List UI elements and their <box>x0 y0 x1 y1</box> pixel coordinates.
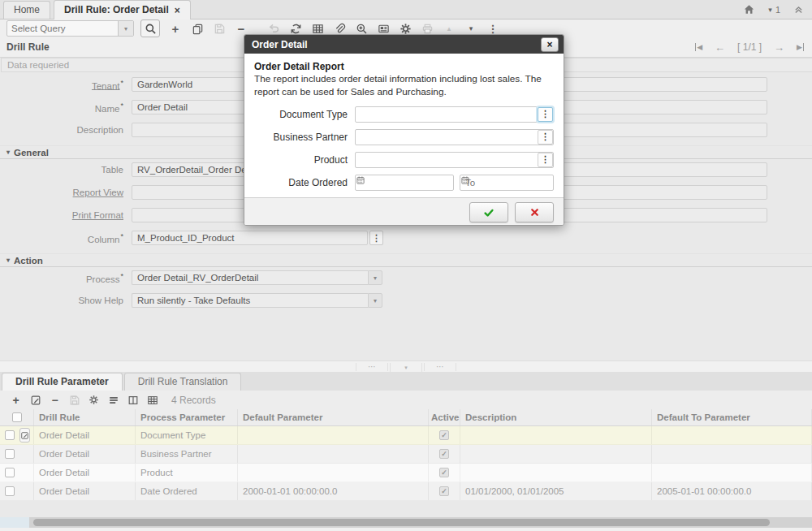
show-help-dropdown-icon[interactable]: ▾ <box>368 293 382 308</box>
product-input[interactable] <box>356 153 553 167</box>
cell-process-parameter: Date Ordered <box>136 482 238 500</box>
column-header-default-to-parameter[interactable]: Default To Parameter <box>652 409 812 425</box>
table-row[interactable]: Order Detail Date Ordered 2000-01-01 00:… <box>0 482 812 501</box>
column-header-default-parameter[interactable]: Default Parameter <box>238 409 429 425</box>
process-dropdown-icon[interactable]: ▾ <box>368 270 382 285</box>
record-pager: ◀ ← [ 1/1 ] → ▶ <box>695 37 804 57</box>
product-field[interactable]: ⋮ <box>355 152 554 168</box>
dialog-close-icon[interactable]: × <box>541 37 559 52</box>
row-checkbox[interactable] <box>5 486 15 496</box>
product-lookup-icon[interactable]: ⋮ <box>538 153 553 167</box>
delete-record-icon[interactable]: − <box>235 22 248 35</box>
column-header-drill-rule[interactable]: Drill Rule <box>34 409 136 425</box>
show-help-field[interactable] <box>132 293 368 308</box>
select-query-dropdown-icon[interactable]: ▾ <box>118 21 133 36</box>
process-label: Process* <box>0 272 132 284</box>
cell-default-parameter <box>238 445 429 463</box>
tab-drill-rule-parameter[interactable]: Drill Rule Parameter <box>2 373 123 391</box>
process-field[interactable] <box>132 270 368 285</box>
cell-default-to-parameter <box>652 426 812 444</box>
last-record-icon[interactable]: ▶ <box>797 43 804 51</box>
date-to-input[interactable] <box>460 175 553 190</box>
tenant-label[interactable]: Tenant* <box>0 79 132 91</box>
new-record-icon[interactable]: + <box>169 22 182 35</box>
column-header-description[interactable]: Description <box>460 409 652 425</box>
splitter-collapse-handle[interactable]: ▾ <box>390 363 422 372</box>
record-info-icon[interactable] <box>377 22 390 35</box>
dialog-title-bar[interactable]: Order Detail × <box>244 35 564 54</box>
new-record-icon[interactable]: + <box>10 394 22 406</box>
split-view-icon[interactable] <box>127 394 139 406</box>
name-label: Name* <box>0 101 132 114</box>
select-all-checkbox[interactable] <box>12 412 22 422</box>
section-action[interactable]: ▾ Action <box>0 253 812 267</box>
previous-record-icon[interactable]: ← <box>715 41 725 54</box>
business-partner-field[interactable]: ⋮ <box>355 129 554 145</box>
tab-drill-rule[interactable]: Drill Rule: Order Detail × <box>54 0 191 19</box>
table-row[interactable]: Order Detail Document Type ✓ <box>0 426 812 445</box>
table-row[interactable]: Order Detail Business Partner ✓ <box>0 445 812 464</box>
select-query-combo[interactable]: ▾ <box>6 20 134 37</box>
column-header-process-parameter[interactable]: Process Parameter <box>136 409 238 425</box>
list-view-icon[interactable] <box>107 394 119 406</box>
date-to-field[interactable] <box>460 175 554 191</box>
delete-record-icon[interactable]: − <box>49 394 61 406</box>
more-actions-icon[interactable]: ⋮ <box>486 22 499 35</box>
date-from-input[interactable] <box>356 175 453 190</box>
document-type-field[interactable]: ⋮ <box>355 106 554 123</box>
report-view-label[interactable]: Report View <box>0 188 132 197</box>
ok-button[interactable] <box>469 202 508 222</box>
customize-icon[interactable] <box>88 394 100 406</box>
document-type-lookup-icon[interactable]: ⋮ <box>538 107 553 122</box>
active-checkbox[interactable]: ✓ <box>439 468 449 477</box>
horizontal-scrollbar[interactable] <box>0 517 812 528</box>
tab-drill-rule-translation[interactable]: Drill Rule Translation <box>124 373 242 391</box>
home-icon[interactable] <box>743 3 755 15</box>
edit-row-icon[interactable] <box>19 428 30 442</box>
document-type-input[interactable] <box>356 107 553 122</box>
grid-view-icon[interactable] <box>146 394 158 406</box>
refresh-icon[interactable] <box>289 22 302 35</box>
print-format-label[interactable]: Print Format <box>0 210 132 220</box>
attachment-icon[interactable] <box>333 22 346 35</box>
business-partner-input[interactable] <box>356 130 553 145</box>
collapse-header-icon[interactable] <box>793 4 804 15</box>
column-field[interactable] <box>132 231 368 245</box>
splitter-grip[interactable]: ⋯ <box>356 363 388 371</box>
record-dropdown-icon[interactable]: ▾ <box>768 6 772 14</box>
row-checkbox[interactable] <box>5 449 15 459</box>
show-help-combo[interactable]: ▾ <box>132 293 382 308</box>
detail-toolbar: + − 4 Records <box>0 391 812 409</box>
active-checkbox[interactable]: ✓ <box>439 449 449 459</box>
column-header-active[interactable]: Active <box>429 409 460 425</box>
row-checkbox[interactable] <box>5 468 15 477</box>
customize-icon[interactable] <box>399 22 412 35</box>
row-checkbox[interactable] <box>5 430 15 440</box>
select-query-input[interactable] <box>7 21 118 36</box>
column-lookup-icon[interactable]: ⋮ <box>369 231 383 245</box>
process-combo[interactable]: ▾ <box>132 270 382 285</box>
edit-record-icon[interactable] <box>29 394 41 406</box>
active-checkbox[interactable]: ✓ <box>439 430 449 440</box>
active-checkbox[interactable]: ✓ <box>439 486 449 496</box>
grid-toggle-icon[interactable] <box>311 22 324 35</box>
tab-drill-rule-translation-label: Drill Rule Translation <box>138 376 228 387</box>
table-row[interactable]: Order Detail Product ✓ <box>0 464 812 482</box>
date-from-field[interactable] <box>355 175 454 191</box>
tab-close-icon[interactable]: × <box>175 6 180 15</box>
report-description: The report includes order detail informa… <box>254 73 554 99</box>
splitter-grip[interactable]: ⋯ <box>424 363 456 371</box>
copy-record-icon[interactable] <box>191 22 204 35</box>
zoom-across-icon[interactable] <box>355 22 368 35</box>
expand-icon[interactable]: ▾ <box>464 22 477 35</box>
cell-description: 01/01/2000, 01/01/2005 <box>460 482 652 500</box>
tab-drill-rule-label: Drill Rule: Order Detail <box>64 2 169 19</box>
next-record-icon[interactable]: → <box>774 41 784 54</box>
document-type-label: Document Type <box>254 109 355 120</box>
search-button[interactable] <box>140 19 160 37</box>
scrollbar-thumb[interactable] <box>33 519 770 526</box>
first-record-icon[interactable]: ◀ <box>695 43 702 51</box>
cancel-button[interactable] <box>515 202 554 222</box>
tab-home[interactable]: Home <box>3 1 50 19</box>
business-partner-lookup-icon[interactable]: ⋮ <box>538 130 553 145</box>
